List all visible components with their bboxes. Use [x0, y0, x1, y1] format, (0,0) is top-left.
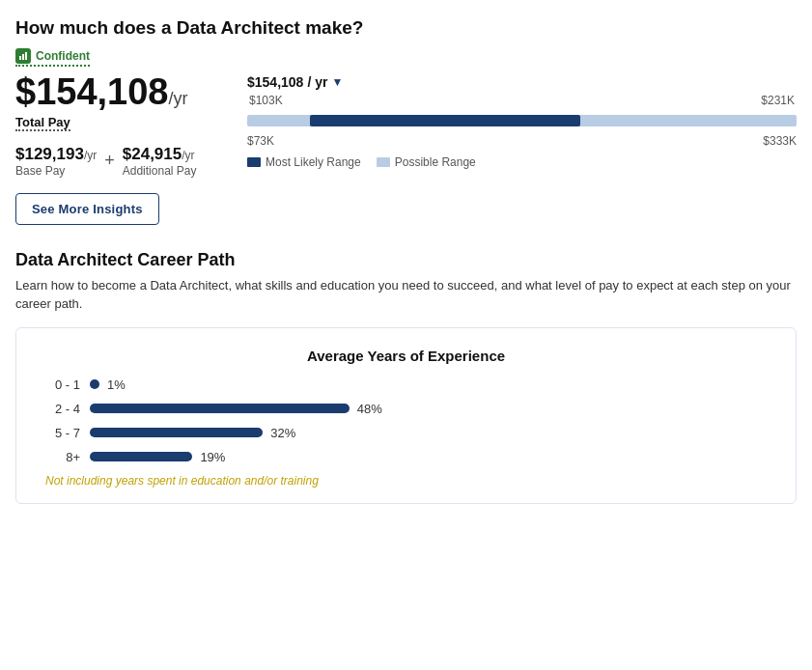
- chart-pct-label: 48%: [357, 402, 382, 416]
- possible-legend-item: Possible Range: [377, 155, 476, 169]
- base-pay-label: Base Pay: [15, 164, 97, 178]
- range-outer-labels: $73K $333K: [247, 134, 797, 148]
- chart-title: Average Years of Experience: [45, 348, 767, 364]
- likely-legend-color: [247, 157, 261, 167]
- base-pay: $129,193/yr Base Pay: [15, 145, 97, 178]
- chart-bar-wrap: 19%: [90, 450, 767, 464]
- career-section: Data Architect Career Path Learn how to …: [15, 250, 797, 504]
- confident-label: Confident: [36, 49, 90, 63]
- range-section: $154,108 / yr ▼ $103K $231K $73K $333K M…: [247, 72, 797, 169]
- chart-row: 8+19%: [45, 450, 767, 464]
- chart-row: 5 - 732%: [45, 426, 767, 440]
- salary-range-bar: [247, 111, 797, 130]
- chart-bar-wrap: 48%: [90, 402, 767, 416]
- chart-note: Not including years spent in education a…: [45, 474, 767, 488]
- salary-section: $154,108/yr Total Pay $129,193/yr Base P…: [15, 72, 797, 178]
- chart-pct-label: 19%: [200, 450, 225, 464]
- chart-row-label: 8+: [45, 450, 80, 464]
- main-salary-value: $154,108: [15, 71, 169, 112]
- career-title: Data Architect Career Path: [15, 250, 797, 270]
- likely-range-bar: [310, 115, 580, 126]
- likely-legend-item: Most Likely Range: [247, 155, 361, 169]
- experience-bar: [90, 404, 350, 413]
- additional-pay: $24,915/yr Additional Pay: [123, 145, 197, 178]
- chart-row: 2 - 448%: [45, 402, 767, 416]
- main-salary: $154,108/yr: [15, 72, 209, 113]
- chart-row: 0 - 11%: [45, 377, 767, 392]
- chart-row-label: 0 - 1: [45, 377, 80, 392]
- legend: Most Likely Range Possible Range: [247, 155, 797, 169]
- additional-pay-label: Additional Pay: [123, 164, 197, 178]
- additional-pay-amount: $24,915/yr: [123, 145, 197, 164]
- chart-row-label: 2 - 4: [45, 402, 80, 416]
- salary-left: $154,108/yr Total Pay $129,193/yr Base P…: [15, 72, 209, 178]
- svg-rect-2: [25, 52, 27, 60]
- confident-badge: Confident: [15, 48, 90, 67]
- possible-legend-color: [377, 157, 390, 167]
- svg-rect-1: [22, 54, 24, 60]
- possible-legend-label: Possible Range: [395, 155, 476, 169]
- chart-row-label: 5 - 7: [45, 426, 80, 440]
- total-pay-label: Total Pay: [15, 115, 70, 131]
- chart-bar-wrap: 1%: [90, 377, 767, 392]
- base-pay-amount: $129,193/yr: [15, 145, 97, 164]
- experience-bar-chart: 0 - 11%2 - 448%5 - 732%8+19%: [45, 377, 767, 464]
- chart-card: Average Years of Experience 0 - 11%2 - 4…: [15, 327, 797, 504]
- main-salary-unit: /yr: [169, 89, 188, 108]
- plus-sign: +: [104, 151, 115, 171]
- see-more-insights-button[interactable]: See More Insights: [15, 193, 159, 225]
- chart-pct-label: 1%: [107, 377, 126, 392]
- chart-bar-wrap: 32%: [90, 426, 767, 440]
- likely-legend-label: Most Likely Range: [266, 155, 361, 169]
- confident-icon: [15, 48, 31, 64]
- range-mid-labels: $103K $231K: [247, 94, 797, 107]
- experience-bar: [90, 428, 263, 437]
- career-description: Learn how to become a Data Architect, wh…: [15, 276, 797, 314]
- arrow-down-icon: ▼: [331, 75, 343, 89]
- pay-breakdown: $129,193/yr Base Pay + $24,915/yr Additi…: [15, 145, 209, 178]
- chart-dot: [90, 379, 99, 389]
- range-top-label: $154,108 / yr ▼: [247, 74, 797, 90]
- experience-bar: [90, 452, 192, 461]
- chart-pct-label: 32%: [270, 426, 295, 440]
- page-title: How much does a Data Architect make?: [15, 17, 797, 39]
- svg-rect-0: [19, 56, 21, 60]
